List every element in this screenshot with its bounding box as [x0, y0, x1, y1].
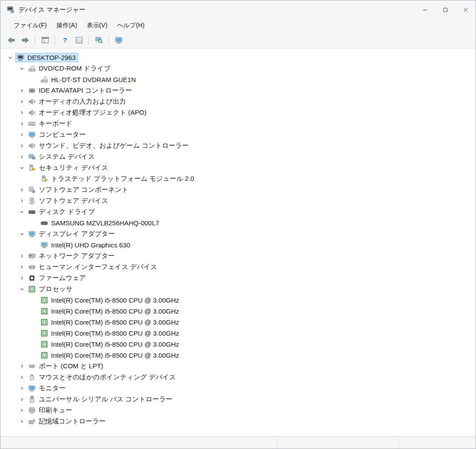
tree-item: 印刷キュー — [27, 405, 74, 415]
chevron-collapsed-icon[interactable] — [16, 109, 27, 117]
chevron-spacer — [29, 76, 39, 84]
close-button[interactable] — [455, 0, 476, 19]
chevron-collapsed-icon[interactable] — [16, 131, 27, 139]
tree-row[interactable]: HL-DT-ST DVDRAM GUE1N — [0, 74, 476, 85]
tree-row[interactable]: DESKTOP-2963 — [0, 52, 476, 63]
menu-help[interactable]: ヘルプ(H) — [113, 20, 149, 31]
tree-row[interactable]: ファームウェア — [0, 273, 476, 284]
tree-row[interactable]: ソフトウェア デバイス — [0, 195, 476, 206]
back-button[interactable] — [4, 34, 18, 47]
scan-hardware-icon — [95, 36, 103, 44]
chevron-collapsed-icon[interactable] — [16, 274, 27, 282]
tree-row[interactable]: キーボード — [0, 118, 476, 129]
tree-item-label: Intel(R) Core(TM) i5-8500 CPU @ 3.00GHz — [51, 329, 179, 337]
chevron-expanded-icon[interactable] — [5, 54, 15, 62]
processor-icon — [41, 352, 48, 359]
tree-row[interactable]: システム デバイス — [0, 151, 476, 162]
tree-row[interactable]: モニター — [0, 383, 476, 394]
chevron-collapsed-icon[interactable] — [16, 186, 27, 194]
chevron-collapsed-icon[interactable] — [16, 363, 27, 370]
keyboard-icon — [28, 120, 36, 127]
chevron-collapsed-icon[interactable] — [16, 197, 27, 205]
chevron-collapsed-icon[interactable] — [16, 87, 27, 95]
console-tree-icon — [41, 36, 49, 44]
tree-row[interactable]: オーディオの入力および出力 — [0, 96, 476, 107]
tree-row[interactable]: Intel(R) Core(TM) i5-8500 CPU @ 3.00GHz — [0, 306, 476, 317]
tree-row[interactable]: マウスとそのほかのポインティング デバイス — [0, 372, 476, 383]
scan-hardware-changes-button[interactable] — [92, 34, 106, 47]
tree-row[interactable]: Intel(R) Core(TM) i5-8500 CPU @ 3.00GHz — [0, 350, 476, 361]
tree-row[interactable]: ディスク ドライブ — [0, 206, 476, 217]
tree-row[interactable]: コンピューター — [0, 129, 476, 140]
chevron-collapsed-icon[interactable] — [16, 418, 27, 426]
tree-row[interactable]: Intel(R) UHD Graphics 630 — [0, 239, 476, 251]
tree-row[interactable]: ユニバーサル シリアル バス コントローラー — [0, 394, 476, 405]
tree-row[interactable]: ソフトウェア コンポーネント — [0, 184, 476, 195]
tree-row[interactable]: Intel(R) Core(TM) i5-8500 CPU @ 3.00GHz — [0, 339, 476, 350]
titlebar[interactable]: デバイス マネージャー — [0, 0, 476, 19]
chevron-expanded-icon[interactable] — [16, 208, 27, 216]
help-button[interactable]: ? — [58, 34, 72, 47]
disk-drive-icon — [28, 208, 36, 216]
processor-icon — [41, 296, 48, 304]
tree-row[interactable]: ディスプレイ アダプター — [0, 228, 476, 239]
chevron-collapsed-icon[interactable] — [16, 263, 27, 271]
tree-row[interactable]: SAMSUNG MZVLB256HAHQ-000L7 — [0, 217, 476, 228]
menu-action[interactable]: 操作(A) — [52, 20, 82, 31]
menu-view[interactable]: 表示(V) — [82, 20, 112, 31]
chevron-collapsed-icon[interactable] — [16, 153, 27, 161]
forward-button[interactable] — [18, 34, 32, 47]
remote-computer-icon — [115, 36, 123, 44]
show-console-tree-button[interactable] — [38, 34, 52, 47]
tree-row[interactable]: オーディオ処理オブジェクト (APO) — [0, 107, 476, 118]
properties-button[interactable] — [72, 34, 86, 47]
processor-icon — [28, 285, 36, 293]
chevron-collapsed-icon[interactable] — [16, 98, 27, 106]
tree-row[interactable]: Intel(R) Core(TM) i5-8500 CPU @ 3.00GHz — [0, 328, 476, 339]
tree-item: オーディオ処理オブジェクト (APO) — [27, 108, 149, 118]
tree-row[interactable]: セキュリティ デバイス — [0, 162, 476, 173]
tree-row[interactable]: 記憶域コントローラー — [0, 416, 476, 427]
chevron-collapsed-icon[interactable] — [16, 142, 27, 150]
chevron-expanded-icon[interactable] — [16, 65, 27, 73]
chevron-collapsed-icon[interactable] — [16, 385, 27, 393]
tree-row[interactable]: 印刷キュー — [0, 405, 476, 416]
tree-item-label: DVD/CD-ROM ドライブ — [39, 64, 111, 73]
status-bar-section — [277, 437, 399, 449]
chevron-collapsed-icon[interactable] — [16, 396, 27, 404]
chevron-spacer — [29, 340, 39, 348]
chevron-collapsed-icon[interactable] — [16, 407, 27, 415]
tree-row[interactable]: プロセッサ — [0, 284, 476, 295]
tree-row[interactable]: ポート (COM と LPT) — [0, 361, 476, 372]
tree-row[interactable]: Intel(R) Core(TM) i5-8500 CPU @ 3.00GHz — [0, 295, 476, 306]
tree-row[interactable]: トラステッド プラットフォーム モジュール 2.0 — [0, 173, 476, 184]
tree-row[interactable]: IDE ATA/ATAPI コントローラー — [0, 85, 476, 96]
tree-item-label: トラステッド プラットフォーム モジュール 2.0 — [51, 175, 194, 183]
tree-item: ネットワーク アダプター — [27, 251, 117, 261]
chevron-collapsed-icon[interactable] — [16, 374, 27, 382]
chevron-collapsed-icon[interactable] — [16, 252, 27, 260]
chevron-expanded-icon[interactable] — [16, 285, 27, 293]
disk-drive-icon — [41, 219, 48, 227]
device-manager-window: デバイス マネージャー ファイル(F)操作(A)表示(V)ヘルプ(H) ? DE… — [0, 0, 476, 449]
chevron-spacer — [29, 307, 39, 315]
menu-file[interactable]: ファイル(F) — [9, 20, 51, 31]
tree-row[interactable]: Intel(R) Core(TM) i5-8500 CPU @ 3.00GHz — [0, 317, 476, 328]
tree-item-label: ポート (COM と LPT) — [39, 362, 103, 370]
chevron-expanded-icon[interactable] — [16, 230, 27, 238]
tree-item: キーボード — [27, 119, 74, 129]
tree-row[interactable]: DVD/CD-ROM ドライブ — [0, 63, 476, 74]
remote-computer-button[interactable] — [112, 34, 126, 47]
tree-row[interactable]: ヒューマン インターフェイス デバイス — [0, 262, 476, 273]
processor-icon — [41, 318, 48, 326]
tree-item-label: サウンド、ビデオ、およびゲーム コントローラー — [39, 142, 189, 150]
maximize-button[interactable] — [435, 0, 455, 19]
tree-row[interactable]: ネットワーク アダプター — [0, 251, 476, 262]
minimize-button[interactable] — [415, 0, 435, 19]
tree-item-label: Intel(R) Core(TM) i5-8500 CPU @ 3.00GHz — [51, 307, 179, 315]
processor-icon — [41, 307, 48, 315]
tree-row[interactable]: サウンド、ビデオ、およびゲーム コントローラー — [0, 140, 476, 151]
tree-item-label: マウスとそのほかのポインティング デバイス — [39, 373, 176, 382]
chevron-collapsed-icon[interactable] — [16, 120, 27, 128]
chevron-expanded-icon[interactable] — [16, 164, 27, 172]
